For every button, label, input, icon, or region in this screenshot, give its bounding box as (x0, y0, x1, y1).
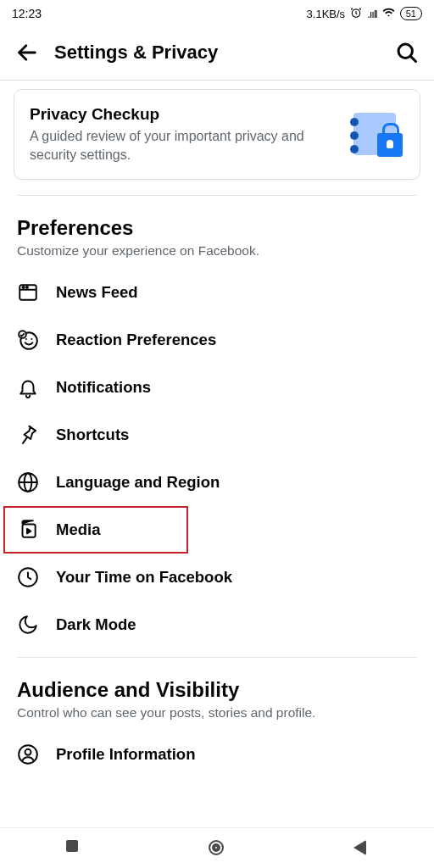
svg-point-6 (23, 287, 25, 288)
battery-indicator: 51 (400, 7, 422, 20)
section-subtitle: Control who can see your posts, stories … (17, 705, 417, 721)
page-title: Settings & Privacy (54, 42, 380, 64)
status-bar: 12:23 3.1KB/s .ııll 51 (0, 0, 434, 27)
news-feed-icon (17, 281, 39, 303)
privacy-checkup-card[interactable]: Privacy Checkup A guided review of your … (14, 89, 420, 180)
item-label: Dark Mode (56, 615, 136, 634)
pin-icon (17, 424, 39, 446)
system-navbar (0, 827, 434, 868)
reaction-icon (17, 329, 39, 351)
card-title: Privacy Checkup (30, 105, 338, 124)
item-label: Language and Region (56, 473, 220, 492)
section-subtitle: Customize your experience on Facebook. (17, 243, 417, 259)
section-title: Audience and Visibility (17, 678, 417, 702)
section-audience: Audience and Visibility Control who can … (0, 658, 434, 731)
nav-home-button[interactable] (209, 840, 225, 857)
svg-line-3 (410, 56, 415, 61)
item-dark-mode[interactable]: Dark Mode (0, 601, 434, 648)
item-label: Your Time on Facebook (56, 568, 232, 587)
back-arrow-icon[interactable] (15, 41, 39, 64)
item-language-region[interactable]: Language and Region (0, 459, 434, 506)
divider (0, 80, 434, 81)
svg-point-7 (26, 287, 28, 288)
item-label: Profile Information (56, 745, 195, 764)
item-your-time[interactable]: Your Time on Facebook (0, 554, 434, 601)
privacy-lock-icon (350, 113, 404, 157)
section-preferences: Preferences Customize your experience on… (0, 196, 434, 269)
globe-icon (17, 471, 39, 493)
signal-icon: .ııll (367, 8, 377, 20)
item-label: Notifications (56, 378, 151, 397)
item-label: Shortcuts (56, 426, 129, 444)
svg-point-16 (25, 749, 31, 755)
card-subtitle: A guided review of your important privac… (30, 127, 338, 164)
item-label: News Feed (56, 283, 138, 302)
wifi-icon (382, 6, 395, 21)
bell-icon (17, 376, 39, 398)
media-icon (17, 519, 39, 541)
clock-icon (17, 566, 39, 588)
item-news-feed[interactable]: News Feed (0, 269, 434, 316)
status-time: 12:23 (12, 7, 42, 20)
item-media[interactable]: Media (3, 506, 188, 554)
item-notifications[interactable]: Notifications (0, 364, 434, 411)
item-label: Media (56, 520, 100, 539)
item-shortcuts[interactable]: Shortcuts (0, 411, 434, 459)
item-label: Reaction Preferences (56, 331, 216, 349)
card-text: Privacy Checkup A guided review of your … (30, 105, 338, 164)
status-net-speed: 3.1KB/s (307, 8, 346, 20)
moon-icon (17, 614, 39, 636)
alarm-icon (350, 7, 362, 21)
item-profile-info[interactable]: Profile Information (0, 731, 434, 778)
nav-recent-button[interactable] (64, 840, 81, 857)
app-header: Settings & Privacy (0, 27, 434, 80)
section-title: Preferences (17, 216, 417, 240)
item-reaction-preferences[interactable]: Reaction Preferences (0, 316, 434, 364)
search-icon[interactable] (395, 41, 419, 64)
status-right: 3.1KB/s .ııll 51 (307, 6, 422, 21)
nav-back-button[interactable] (353, 840, 370, 857)
profile-icon (17, 743, 39, 765)
